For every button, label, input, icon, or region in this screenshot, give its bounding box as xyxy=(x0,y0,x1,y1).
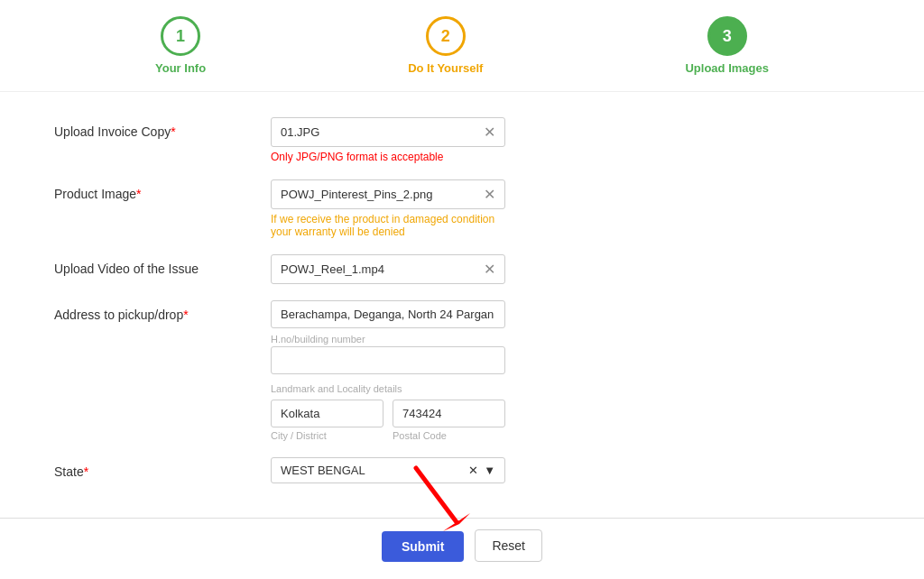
address-city-postal-row: City / District Postal Code xyxy=(271,400,505,441)
state-label-text: State* xyxy=(54,457,271,479)
footer: Submit Reset xyxy=(0,518,924,578)
main-form: Upload Invoice Copy* 01.JPG ✕ Only JPG/P… xyxy=(0,92,924,518)
red-arrow-icon xyxy=(407,459,479,540)
address-postal-input[interactable] xyxy=(393,400,505,427)
state-dropdown-icon[interactable]: ▼ xyxy=(484,464,495,477)
invoice-warning: Only JPG/PNG format is acceptable xyxy=(271,151,505,163)
invoice-filename: 01.JPG xyxy=(281,125,319,139)
address-fields: H.no/building number Landmark and Locali… xyxy=(271,300,505,441)
address-label: Address to pickup/drop* xyxy=(54,300,271,322)
step-3-circle: 3 xyxy=(707,16,747,56)
video-filename: POWJ_Reel_1.mp4 xyxy=(281,262,384,276)
video-label: Upload Video of the Issue xyxy=(54,254,271,276)
invoice-row: Upload Invoice Copy* 01.JPG ✕ Only JPG/P… xyxy=(54,117,870,163)
step-1-label: Your Info xyxy=(155,61,206,75)
product-warning: If we receive the product in damaged con… xyxy=(271,213,505,238)
step-2[interactable]: 2 Do It Yourself xyxy=(408,16,483,75)
video-file-display[interactable]: POWJ_Reel_1.mp4 ✕ xyxy=(271,254,505,284)
step-1-circle: 1 xyxy=(161,16,200,56)
video-clear-button[interactable]: ✕ xyxy=(484,261,495,278)
step-3-number: 3 xyxy=(723,27,732,46)
svg-line-0 xyxy=(416,468,457,522)
product-file-display[interactable]: POWJ_Pinterest_Pins_2.png ✕ xyxy=(271,179,505,209)
step-3[interactable]: 3 Upload Images xyxy=(685,16,768,75)
step-1-number: 1 xyxy=(176,27,185,46)
product-field: POWJ_Pinterest_Pins_2.png ✕ If we receiv… xyxy=(271,179,505,238)
state-value: WEST BENGAL xyxy=(281,464,365,477)
step-2-label: Do It Yourself xyxy=(408,61,483,75)
svg-marker-1 xyxy=(443,513,470,531)
address-row: Address to pickup/drop* H.no/building nu… xyxy=(54,300,870,441)
product-label: Product Image* xyxy=(54,179,271,201)
address-city-input[interactable] xyxy=(271,400,383,427)
product-filename: POWJ_Pinterest_Pins_2.png xyxy=(281,188,432,201)
step-2-circle: 2 xyxy=(426,16,466,56)
invoice-field: 01.JPG ✕ Only JPG/PNG format is acceptab… xyxy=(271,117,505,163)
video-row: Upload Video of the Issue POWJ_Reel_1.mp… xyxy=(54,254,870,284)
postal-label: Postal Code xyxy=(393,430,505,441)
product-clear-button[interactable]: ✕ xyxy=(484,186,495,203)
address-building-input[interactable] xyxy=(271,346,505,374)
video-field: POWJ_Reel_1.mp4 ✕ xyxy=(271,254,505,284)
invoice-label: Upload Invoice Copy* xyxy=(54,117,271,139)
arrow-wrapper: Submit xyxy=(382,531,464,562)
address-building-label: H.no/building number xyxy=(271,334,505,345)
address-city-wrap: City / District xyxy=(271,400,383,441)
reset-button[interactable]: Reset xyxy=(475,529,542,562)
step-3-label: Upload Images xyxy=(685,61,768,75)
address-postal-wrap: Postal Code xyxy=(393,400,505,441)
stepper: 1 Your Info 2 Do It Yourself 3 Upload Im… xyxy=(0,0,924,92)
address-main-input[interactable] xyxy=(271,300,505,328)
address-landmark-label: Landmark and Locality details xyxy=(271,383,505,394)
step-2-number: 2 xyxy=(441,27,450,46)
invoice-clear-button[interactable]: ✕ xyxy=(484,124,495,141)
step-1[interactable]: 1 Your Info xyxy=(155,16,206,75)
product-row: Product Image* POWJ_Pinterest_Pins_2.png… xyxy=(54,179,870,238)
invoice-file-display[interactable]: 01.JPG ✕ xyxy=(271,117,505,147)
city-label: City / District xyxy=(271,430,383,441)
